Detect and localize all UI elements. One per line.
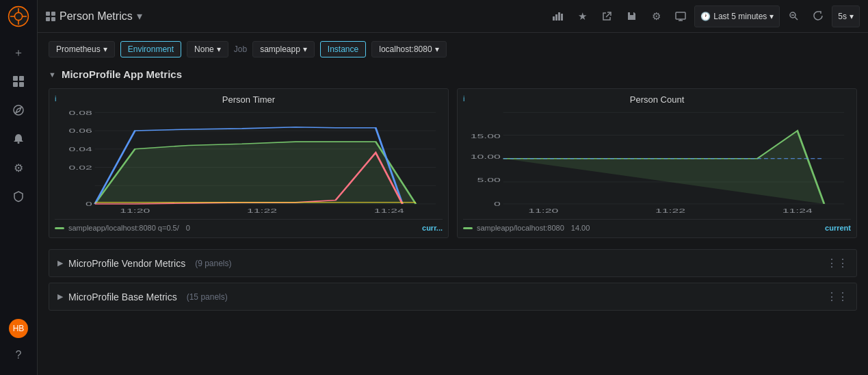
svg-text:5.00: 5.00: [477, 176, 501, 183]
refresh-interval-picker[interactable]: 5s ▾: [832, 5, 860, 27]
grafana-logo[interactable]: [8, 5, 29, 27]
legend-label-count: sampleapp/localhost:8080: [477, 224, 564, 232]
timer-current: curr...: [422, 224, 443, 232]
sidebar: ＋ ⚙ HB ?: [0, 0, 38, 375]
vendor-metrics-section[interactable]: ▶ MicroProfile Vendor Metrics (9 panels)…: [49, 249, 857, 277]
timer-chart: 0.08 0.06 0.04 0.02 0 11:20 11:22 11:24: [55, 109, 443, 215]
refresh-icon-button[interactable]: [807, 5, 829, 27]
legend-value-timer: 0: [186, 224, 190, 232]
clock-icon: 🕐: [700, 12, 711, 21]
svg-text:15.00: 15.00: [471, 132, 501, 140]
count-legend: sampleapp/localhost:8080 14.00 current: [463, 219, 851, 232]
instance-caret: ▾: [435, 44, 439, 54]
vendor-section-title: MicroProfile Vendor Metrics: [68, 258, 185, 269]
legend-color-timer: [55, 227, 64, 229]
instance-filter[interactable]: Instance: [320, 41, 366, 57]
monitor-button[interactable]: [670, 5, 692, 27]
environment-value-filter[interactable]: None ▾: [187, 41, 228, 57]
svg-text:11:22: 11:22: [247, 207, 277, 214]
svg-text:11:22: 11:22: [655, 207, 685, 214]
job-label: Job: [234, 44, 247, 54]
job-value: sampleapp: [260, 44, 300, 54]
time-picker[interactable]: 🕐 Last 5 minutes ▾: [694, 5, 780, 27]
timer-title: Person Timer: [55, 94, 443, 105]
vendor-menu-icon[interactable]: ⋮⋮: [826, 257, 848, 270]
datasource-filter[interactable]: Prometheus ▾: [49, 41, 115, 57]
svg-rect-14: [558, 12, 560, 21]
title-caret[interactable]: ▾: [137, 10, 142, 23]
env-caret: ▾: [217, 44, 221, 54]
settings-icon[interactable]: ⚙: [6, 155, 31, 180]
svg-text:0: 0: [86, 200, 92, 207]
svg-text:0: 0: [494, 200, 501, 207]
svg-text:0.08: 0.08: [69, 109, 92, 116]
instance-value: localhost:8080: [379, 44, 432, 54]
add-icon[interactable]: ＋: [6, 40, 31, 65]
app-panels-grid: i Person Timer 0.08 0.06 0.04: [49, 88, 857, 238]
svg-rect-8: [13, 82, 18, 87]
shield-icon[interactable]: [6, 184, 31, 209]
svg-text:10.00: 10.00: [471, 153, 501, 160]
svg-rect-13: [555, 14, 557, 21]
vendor-count: (9 panels): [195, 259, 231, 268]
legend-label-timer: sampleapp/localhost:8080 q=0.5/: [68, 224, 179, 232]
base-metrics-section[interactable]: ▶ MicroProfile Base Metrics (15 panels) …: [49, 283, 857, 311]
datasource-label: Prometheus: [56, 44, 101, 54]
legend-value-count: 14.00: [571, 224, 590, 232]
environment-value: None: [194, 44, 214, 54]
environment-filter[interactable]: Environment: [120, 41, 181, 57]
count-info-icon[interactable]: i: [463, 94, 464, 103]
main-area: Person Metrics ▾ ★: [38, 0, 868, 375]
timer-legend: sampleapp/localhost:8080 q=0.5/ 0 curr..…: [55, 219, 443, 232]
gear-button[interactable]: ⚙: [645, 5, 667, 27]
explore-icon[interactable]: [6, 98, 31, 122]
legend-color-count: [463, 227, 473, 229]
svg-marker-49: [503, 131, 824, 204]
svg-text:0.06: 0.06: [69, 127, 92, 134]
svg-text:11:20: 11:20: [120, 207, 150, 214]
count-current: current: [825, 224, 851, 232]
bar-chart-button[interactable]: [547, 5, 568, 27]
svg-line-20: [795, 17, 798, 20]
datasource-caret: ▾: [103, 44, 107, 54]
topbar: Person Metrics ▾ ★: [38, 0, 868, 33]
filter-bar: Prometheus ▾ Environment None ▾ Job samp…: [49, 41, 857, 57]
person-count-panel: i Person Count 15.00 10.00 5.00 0: [457, 88, 857, 238]
app-metrics-section-header[interactable]: ▼ MicroProfile App Metrics: [49, 68, 857, 80]
time-caret: ▾: [770, 12, 774, 21]
svg-rect-16: [676, 12, 685, 19]
svg-text:11:24: 11:24: [374, 207, 404, 214]
instance-label: Instance: [328, 44, 358, 54]
base-section-title: MicroProfile Base Metrics: [68, 292, 177, 302]
dashboard-title: Person Metrics ▾: [46, 10, 541, 23]
time-label: Last 5 minutes: [713, 12, 767, 21]
base-menu-icon[interactable]: ⋮⋮: [826, 290, 848, 303]
app-chevron: ▼: [49, 70, 56, 79]
title-text: Person Metrics: [60, 10, 133, 23]
person-timer-panel: i Person Timer 0.08 0.06 0.04: [49, 88, 449, 238]
svg-rect-15: [561, 14, 563, 21]
avatar[interactable]: HB: [9, 319, 28, 338]
svg-text:0.04: 0.04: [69, 145, 92, 153]
share-button[interactable]: [596, 5, 618, 27]
svg-rect-7: [19, 76, 24, 81]
vendor-chevron: ▶: [57, 259, 63, 268]
count-chart: 15.00 10.00 5.00 0 11:20 11:22 11:24: [463, 109, 851, 215]
content-area: Prometheus ▾ Environment None ▾ Job samp…: [38, 33, 868, 375]
topbar-actions: ★ ⚙ 🕐: [547, 5, 860, 27]
instance-value-filter[interactable]: localhost:8080 ▾: [371, 41, 446, 57]
apps-icon[interactable]: [6, 69, 31, 94]
refresh-label: 5s: [838, 12, 847, 21]
count-title: Person Count: [463, 94, 851, 105]
alerts-icon[interactable]: [6, 127, 31, 151]
svg-rect-6: [13, 76, 18, 81]
zoom-out-button[interactable]: [782, 5, 804, 27]
base-count: (15 panels): [187, 292, 228, 302]
star-button[interactable]: ★: [571, 5, 593, 27]
svg-text:0.02: 0.02: [69, 164, 92, 171]
job-value-filter[interactable]: sampleapp ▾: [252, 41, 315, 57]
timer-info-icon[interactable]: i: [55, 94, 56, 103]
grid-icon: [46, 12, 55, 21]
save-button[interactable]: [620, 5, 642, 27]
help-icon[interactable]: ?: [6, 343, 31, 367]
